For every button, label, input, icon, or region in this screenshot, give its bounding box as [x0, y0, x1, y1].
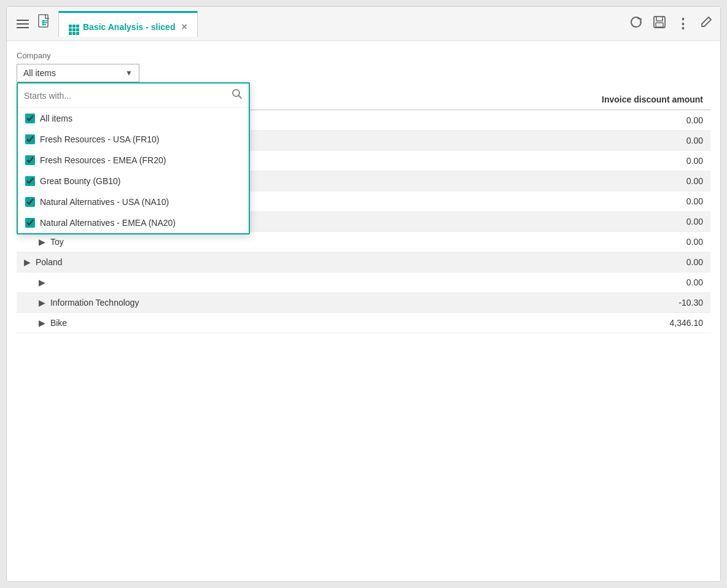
new-doc-icon[interactable]	[37, 14, 52, 34]
table-cell-col1: ▶ Information Technology	[17, 293, 398, 313]
table-cell-col2: 0.00	[398, 151, 711, 171]
table-cell-col1: ▶ Toy	[17, 232, 398, 252]
refresh-icon[interactable]	[629, 15, 643, 32]
tab-basic-analysis[interactable]: Basic Analysis - sliced ×	[58, 11, 198, 37]
table-cell-col1: ▶	[17, 273, 398, 293]
tab-grid-icon	[69, 20, 79, 35]
dropdown-item[interactable]: All items	[18, 108, 249, 129]
dropdown-item-checkbox[interactable]	[25, 114, 35, 123]
dropdown-selected-value: All items	[23, 68, 56, 78]
expand-row-icon[interactable]: ▶	[39, 318, 48, 328]
table-cell-col2: 0.00	[398, 273, 711, 293]
expand-row-icon[interactable]: ▶	[39, 237, 48, 247]
table-cell-col2: 0.00	[398, 212, 711, 232]
table-row[interactable]: ▶ Poland0.00	[17, 252, 710, 273]
dropdown-item[interactable]: Fresh Resources - USA (FR10)	[18, 129, 249, 150]
table-cell-col2: 4,346.10	[398, 313, 711, 333]
table-cell-col2: 0.00	[398, 131, 711, 151]
svg-point-4	[42, 20, 44, 21]
tab-title: Basic Analysis - sliced	[83, 22, 175, 32]
svg-rect-9	[656, 23, 663, 27]
dropdown-item-label: Great Bounty (GB10)	[40, 176, 121, 186]
table-cell-col2: 0.00	[398, 171, 711, 191]
table-cell-col2: -10.30	[398, 293, 711, 313]
company-filter-wrapper: All items ▼ All itemsFresh Resources - U…	[17, 64, 139, 82]
table-cell-col1: ▶ Bike	[17, 313, 398, 333]
svg-line-11	[239, 96, 242, 99]
dropdown-item-checkbox[interactable]	[25, 176, 35, 186]
save-icon[interactable]	[653, 15, 666, 32]
col2-header: Invoice discount amount	[398, 90, 711, 110]
main-content: Company All items ▼ All itemsFresh	[7, 41, 720, 581]
svg-point-5	[42, 21, 44, 23]
table-cell-col2: 0.00	[398, 252, 711, 273]
edit-icon[interactable]	[699, 15, 713, 32]
dropdown-item-label: Natural Alternatives - USA (NA10)	[40, 197, 169, 207]
table-cell-col2: 0.00	[398, 232, 711, 252]
svg-point-6	[42, 23, 44, 25]
dropdown-item-label: Natural Alternatives - EMEA (NA20)	[40, 218, 176, 228]
toolbar-icons: ⋮	[629, 15, 713, 32]
menu-icon[interactable]	[14, 17, 31, 31]
dropdown-search-box	[18, 83, 249, 108]
table-row[interactable]: ▶ Bike4,346.10	[17, 313, 710, 333]
dropdown-search-input[interactable]	[24, 91, 228, 101]
dropdown-item[interactable]: Fresh Resources - EMEA (FR20)	[18, 150, 249, 171]
dropdown-items-list: All itemsFresh Resources - USA (FR10)Fre…	[18, 108, 249, 233]
expand-row-icon[interactable]: ▶	[39, 298, 48, 308]
dropdown-item-checkbox[interactable]	[25, 218, 35, 228]
dropdown-item[interactable]: Natural Alternatives - EMEA (NA20)	[18, 212, 249, 233]
table-cell-col2: 0.00	[398, 191, 711, 212]
tab-close-button[interactable]: ×	[181, 21, 187, 33]
company-label: Company	[17, 51, 710, 60]
table-cell-col2: 0.00	[398, 110, 711, 131]
expand-row-icon[interactable]: ▶	[24, 257, 33, 267]
dropdown-item-label: Fresh Resources - USA (FR10)	[40, 134, 160, 144]
more-icon[interactable]: ⋮	[676, 16, 690, 32]
tab-area: Basic Analysis - sliced ×	[58, 11, 623, 37]
dropdown-item[interactable]: Natural Alternatives - USA (NA10)	[18, 191, 249, 212]
dropdown-item-checkbox[interactable]	[25, 197, 35, 207]
company-dropdown-menu: All itemsFresh Resources - USA (FR10)Fre…	[17, 82, 250, 234]
table-row[interactable]: ▶0.00	[17, 273, 710, 293]
titlebar: Basic Analysis - sliced × ⋮	[7, 7, 720, 41]
dropdown-item-checkbox[interactable]	[25, 155, 35, 165]
expand-row-icon[interactable]: ▶	[39, 277, 45, 287]
dropdown-arrow-icon: ▼	[125, 69, 133, 77]
company-dropdown[interactable]: All items ▼	[17, 64, 139, 82]
dropdown-item-label: All items	[40, 114, 72, 123]
table-row[interactable]: ▶ Information Technology-10.30	[17, 293, 710, 313]
table-cell-col1: ▶ Poland	[17, 252, 398, 273]
table-row[interactable]: ▶ Toy0.00	[17, 232, 710, 252]
svg-rect-8	[656, 17, 663, 21]
search-icon	[231, 88, 243, 103]
dropdown-item-label: Fresh Resources - EMEA (FR20)	[40, 155, 166, 165]
dropdown-item-checkbox[interactable]	[25, 134, 35, 144]
dropdown-item[interactable]: Great Bounty (GB10)	[18, 171, 249, 191]
